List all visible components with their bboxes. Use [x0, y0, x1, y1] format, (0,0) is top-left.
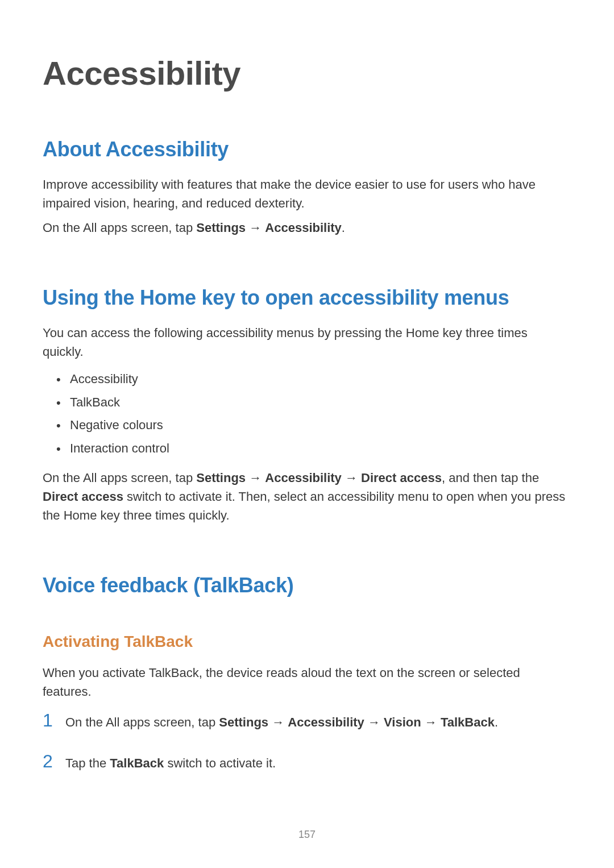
- numbered-step: 2 Tap the TalkBack switch to activate it…: [43, 747, 571, 775]
- bold-talkback: TalkBack: [441, 715, 495, 729]
- homekey-para-2: On the All apps screen, tap Settings → A…: [43, 468, 571, 525]
- about-para-2: On the All apps screen, tap Settings → A…: [43, 218, 571, 237]
- homekey-para-1: You can access the following accessibili…: [43, 323, 571, 361]
- section-heading-about: About Accessibility: [43, 138, 571, 161]
- text-fragment: On the All apps screen, tap: [43, 471, 196, 485]
- step-text: On the All apps screen, tap Settings → A…: [65, 713, 498, 732]
- arrow-icon: →: [364, 715, 384, 729]
- arrow-icon: →: [268, 715, 288, 729]
- list-item: Interaction control: [59, 437, 571, 460]
- bold-talkback: TalkBack: [110, 756, 164, 770]
- step-number: 2: [43, 747, 63, 775]
- bold-direct-access: Direct access: [361, 471, 442, 485]
- bold-settings: Settings: [219, 715, 268, 729]
- text-fragment: On the All apps screen, tap: [65, 715, 219, 729]
- text-fragment: Tap the: [65, 756, 110, 770]
- text-fragment: switch to activate it.: [164, 756, 276, 770]
- about-para-1: Improve accessibility with features that…: [43, 175, 571, 213]
- list-item: Negative colours: [59, 414, 571, 437]
- arrow-icon: →: [342, 471, 361, 485]
- voice-steps-list: 1 On the All apps screen, tap Settings →…: [43, 707, 571, 775]
- bold-accessibility: Accessibility: [288, 715, 364, 729]
- bold-accessibility: Accessibility: [265, 471, 342, 485]
- text-fragment: .: [342, 221, 345, 235]
- bold-accessibility: Accessibility: [265, 221, 342, 235]
- subsection-heading-activating-talkback: Activating TalkBack: [43, 633, 571, 651]
- text-fragment: .: [495, 715, 498, 729]
- section-heading-voice: Voice feedback (TalkBack): [43, 574, 571, 597]
- arrow-icon: →: [246, 221, 265, 235]
- section-heading-homekey: Using the Home key to open accessibility…: [43, 286, 571, 310]
- list-item: Accessibility: [59, 368, 571, 391]
- numbered-step: 1 On the All apps screen, tap Settings →…: [43, 707, 571, 734]
- text-fragment: On the All apps screen, tap: [43, 221, 196, 235]
- list-item: TalkBack: [59, 391, 571, 414]
- bold-settings: Settings: [196, 471, 246, 485]
- page-number: 157: [0, 829, 614, 841]
- step-text: Tap the TalkBack switch to activate it.: [65, 754, 276, 773]
- bold-vision: Vision: [384, 715, 421, 729]
- bold-settings: Settings: [196, 221, 246, 235]
- homekey-bullet-list: Accessibility TalkBack Negative colours …: [43, 368, 571, 460]
- text-fragment: , and then tap the: [442, 471, 539, 485]
- page-title: Accessibility: [43, 54, 571, 92]
- arrow-icon: →: [421, 715, 441, 729]
- bold-direct-access: Direct access: [43, 489, 123, 504]
- arrow-icon: →: [246, 471, 265, 485]
- voice-para-1: When you activate TalkBack, the device r…: [43, 663, 571, 701]
- step-number: 1: [43, 707, 63, 734]
